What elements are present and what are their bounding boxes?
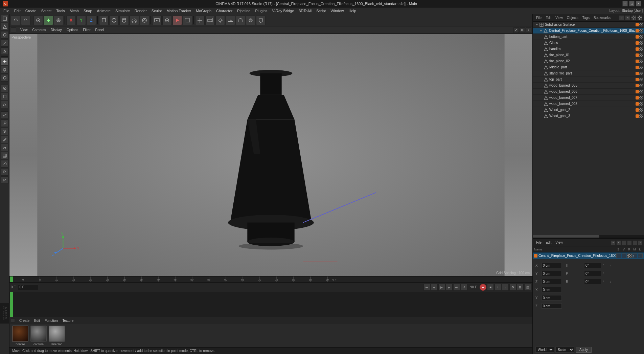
tree-item-fire-plane-02[interactable]: fire_plane_02 bbox=[533, 58, 644, 64]
obj-more-icon[interactable]: ↑ bbox=[632, 253, 637, 258]
close-button[interactable]: ✕ bbox=[636, 1, 641, 6]
scale-tool-button[interactable] bbox=[1, 66, 8, 73]
menu-snap[interactable]: Snap bbox=[82, 8, 94, 14]
tree-item-wood-burned-007[interactable]: wood_burned_007 bbox=[533, 95, 644, 101]
menu-vray[interactable]: V-Ray Bridge bbox=[270, 8, 296, 14]
playback-next-button[interactable]: ▶ bbox=[446, 284, 453, 291]
rotation-b-input[interactable] bbox=[584, 279, 601, 284]
redo-button[interactable] bbox=[21, 16, 30, 25]
coord-system-select[interactable]: World Object Global bbox=[535, 347, 554, 353]
om-checkmark-icon[interactable]: ✓ bbox=[619, 15, 624, 21]
selected-object-row[interactable]: Central_Fireplace_Focus_Creation_Filiofo… bbox=[533, 252, 644, 259]
torus-button[interactable] bbox=[140, 16, 149, 25]
om-objects-tab[interactable]: Objects bbox=[565, 15, 580, 20]
position-z-input[interactable] bbox=[542, 279, 562, 284]
menu-help[interactable]: Help bbox=[347, 8, 359, 14]
timeline-settings-button[interactable]: ⚙ bbox=[509, 284, 516, 291]
tree-item-handles[interactable]: handles bbox=[533, 46, 644, 52]
menu-window[interactable]: Window bbox=[328, 8, 346, 14]
material-tool-button[interactable]: S bbox=[1, 128, 8, 135]
viewport-cameras-menu[interactable]: Cameras bbox=[30, 28, 48, 32]
rotation-p-input[interactable] bbox=[584, 271, 601, 276]
bend-button[interactable] bbox=[236, 16, 245, 25]
maximize-button[interactable]: □ bbox=[629, 1, 635, 6]
knife-tool-button[interactable] bbox=[1, 136, 8, 143]
texture-mode-button[interactable] bbox=[1, 23, 8, 30]
minimize-button[interactable]: − bbox=[622, 1, 628, 6]
rotate-tool-button[interactable] bbox=[1, 74, 8, 82]
menu-pipeline[interactable]: Pipeline bbox=[235, 8, 252, 14]
om-checker2-icon[interactable] bbox=[637, 15, 643, 21]
menu-render[interactable]: Render bbox=[133, 8, 149, 14]
viewport-view-menu[interactable]: View bbox=[18, 28, 30, 32]
obj-down-icon[interactable]: ↓ bbox=[638, 253, 643, 258]
apply-button[interactable]: Apply bbox=[576, 347, 592, 353]
render-view-button[interactable] bbox=[152, 16, 162, 25]
rotation-h-input[interactable] bbox=[584, 263, 601, 268]
timeline-track[interactable] bbox=[9, 292, 532, 317]
obj-vis-icon[interactable] bbox=[616, 253, 621, 258]
material-texture-button[interactable]: Texture bbox=[61, 318, 75, 323]
attr-edit-tab[interactable]: Edit bbox=[544, 240, 553, 245]
attr-checker1-icon[interactable] bbox=[622, 240, 626, 245]
tree-item-subdivision[interactable]: ▼ Subdivision Surface bbox=[533, 22, 644, 28]
tree-item-stand-fire-part[interactable]: stand_fire_part bbox=[533, 70, 644, 76]
attr-checkmark-icon[interactable]: ✓ bbox=[611, 240, 616, 245]
obj-lock-icon[interactable] bbox=[622, 253, 626, 258]
menu-create[interactable]: Create bbox=[23, 8, 39, 14]
render-region-button[interactable] bbox=[183, 16, 192, 25]
viewport-panel-menu[interactable]: Panel bbox=[93, 28, 106, 32]
attr-file-tab[interactable]: File bbox=[534, 240, 544, 245]
attr-checker2-icon[interactable] bbox=[627, 240, 632, 245]
tree-item-wood-burned-008[interactable]: wood_burned_008 bbox=[533, 101, 644, 107]
render-settings-button[interactable] bbox=[162, 16, 172, 25]
frame-input[interactable]: 0 F bbox=[18, 285, 38, 290]
poly-select-button[interactable] bbox=[1, 101, 8, 108]
tree-item-glass[interactable]: Glass bbox=[533, 40, 644, 46]
points-mode-button[interactable] bbox=[1, 31, 8, 39]
material-create-button[interactable]: Create bbox=[18, 318, 31, 323]
tag-button[interactable] bbox=[256, 16, 266, 25]
playback-last-button[interactable]: ⏭ bbox=[453, 284, 460, 291]
menu-tools[interactable]: Tools bbox=[54, 8, 67, 14]
stop-button[interactable]: ■ bbox=[487, 284, 494, 291]
om-x-icon[interactable]: ✕ bbox=[625, 15, 630, 21]
plane-button[interactable] bbox=[130, 16, 139, 25]
render-button[interactable] bbox=[172, 16, 182, 25]
magnet-tool-button[interactable] bbox=[1, 144, 8, 151]
menu-animate[interactable]: Animate bbox=[95, 8, 113, 14]
menu-edit[interactable]: Edit bbox=[12, 8, 23, 14]
menu-plugins[interactable]: Plugins bbox=[253, 8, 269, 14]
menu-character[interactable]: Character bbox=[214, 8, 234, 14]
om-checker1-icon[interactable] bbox=[631, 15, 637, 21]
menu-script[interactable]: Script bbox=[314, 8, 328, 14]
playback-play-button[interactable]: ▶ bbox=[438, 284, 445, 291]
timeline-grid-button[interactable]: ⊞ bbox=[517, 284, 524, 291]
y-axis-button[interactable]: Y bbox=[76, 16, 86, 25]
om-bookmarks-tab[interactable]: Bookmarks bbox=[592, 15, 613, 20]
menu-file[interactable]: File bbox=[1, 8, 12, 14]
attr-up-arrow-icon[interactable]: ↑ bbox=[632, 240, 637, 245]
tree-item-wood-goal-3[interactable]: Wood_goal_3 bbox=[533, 113, 644, 119]
playback-first-button[interactable]: ⏮ bbox=[423, 284, 430, 291]
python2-tool-button[interactable]: P bbox=[1, 176, 8, 184]
timeline-key-button[interactable]: ⬦ bbox=[502, 284, 509, 291]
cylinder-button[interactable] bbox=[119, 16, 129, 25]
undo-button[interactable] bbox=[11, 16, 20, 25]
polygons-mode-button[interactable] bbox=[1, 47, 8, 55]
tree-item-central-fireplace[interactable]: ▼ Central_Fireplace_Focus_Creation_Filio… bbox=[533, 28, 644, 34]
scale-y-input[interactable] bbox=[542, 295, 562, 301]
obj-checker-icon[interactable] bbox=[627, 253, 632, 258]
attr-view-tab[interactable]: View bbox=[553, 240, 565, 245]
cube-button[interactable] bbox=[99, 16, 109, 25]
tree-item-middle-part[interactable]: Middle_part bbox=[533, 64, 644, 70]
menu-mesh[interactable]: Mesh bbox=[68, 8, 81, 14]
material-fireplace[interactable]: Fireplac bbox=[49, 326, 65, 346]
texture-brush-button[interactable] bbox=[1, 152, 8, 159]
viewport-options-menu[interactable]: Options bbox=[65, 28, 80, 32]
menu-mograph[interactable]: MoGraph bbox=[194, 8, 213, 14]
menu-select[interactable]: Select bbox=[39, 8, 54, 14]
camera-button[interactable] bbox=[205, 16, 215, 25]
viewport-settings-button[interactable]: ⚙ bbox=[520, 27, 525, 33]
material-edit-button[interactable]: Edit bbox=[32, 318, 42, 323]
